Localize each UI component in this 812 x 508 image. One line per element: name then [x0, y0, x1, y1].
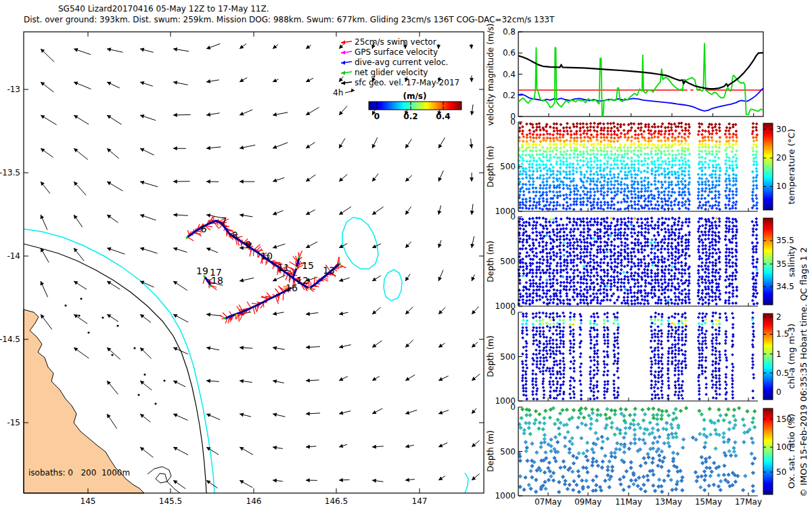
waypoint-label: 12 — [296, 275, 309, 286]
figure-title: SG540 Lizard20170416 05-May 12Z to 17-Ma… — [58, 4, 269, 14]
colorbar-tick: 50 — [776, 467, 786, 477]
map-colorbar-title: (m/s) — [403, 91, 427, 101]
depth-label-temperature: Depth (m) — [486, 146, 495, 187]
colorbar-tick: 34.5 — [776, 282, 794, 291]
map-colorbar-tick: 0.4 — [436, 112, 450, 121]
figure-canvas: 6789101112131516171819 145145.5146146.51… — [0, 0, 812, 508]
map-lon-tick: 145.5 — [159, 496, 182, 506]
velocity-panel: 00.20.40.60.8 — [503, 27, 763, 121]
date-tick-label: 15May — [695, 497, 722, 507]
depth-tick: 500 — [500, 162, 516, 171]
waypoint-label: 8 — [232, 230, 238, 240]
colorbar-tick: 35 — [776, 259, 786, 269]
legend-item-label: 25cm/s swim vector — [355, 37, 436, 47]
map-lon-tick: 147 — [412, 496, 428, 506]
colorbar-tick: 35.5 — [776, 236, 794, 245]
date-tick-label: 17May — [735, 497, 762, 507]
waypoint-label: 16 — [286, 282, 298, 293]
waypoint-label: 11 — [277, 262, 290, 273]
colorbar-title-oxygen: Ox. sat. ratio (%) — [786, 414, 796, 489]
legend-item-label: GPS surface velocity — [355, 47, 438, 57]
legend-item-label: net glider velocity — [355, 68, 428, 77]
depth-label-oxygen: Depth (m) — [486, 430, 495, 471]
depth-label-salinity: Depth (m) — [486, 240, 495, 282]
depth-tick: 1000 — [495, 491, 516, 501]
waypoint-label: 7 — [221, 215, 227, 226]
map-lat-tick: -14.5 — [0, 335, 20, 344]
colorbar-tick: 30 — [776, 125, 786, 134]
map-lat-tick: -13 — [7, 85, 20, 94]
date-tick-label: 11May — [615, 497, 642, 507]
depth-tick: 500 — [500, 447, 516, 457]
date-tick-label: 13May — [655, 497, 682, 507]
legend-item-label: sfc geo. vel. 17-May-2017 — [355, 78, 459, 87]
colorbar-title-chla: chl-a (mg m-3) — [786, 324, 796, 389]
depth-tick: 0 — [510, 402, 516, 412]
map-colorbar-tick: 0 — [374, 112, 380, 121]
waypoint-label: 18 — [211, 275, 223, 286]
figure-subtitle: Dist. over ground: 393km. Dist. swum: 25… — [24, 15, 555, 24]
attribution: © IMOS 15-Feb-2019 06:35:35 Hobart time.… — [798, 247, 809, 497]
velocity-ytick: 0.4 — [503, 70, 516, 79]
depth-tick: 0 — [510, 117, 516, 127]
waypoint-label: 9 — [246, 239, 252, 250]
colorbar-tick: 20 — [776, 153, 786, 163]
date-tick-label: 09May — [574, 497, 602, 507]
waypoint-label: 10 — [261, 251, 273, 261]
waypoint-label: 15 — [302, 260, 314, 271]
salinity-panel: 05001000 — [495, 212, 759, 311]
legend-item-label: dive-avg current veloc. — [355, 58, 448, 67]
colorbar-tick: 2 — [776, 312, 782, 322]
map-scale-label: 4h — [333, 88, 343, 98]
temperature-panel: 05001000 — [495, 117, 759, 216]
map-lon-tick: 145 — [81, 496, 96, 506]
chla-panel: 05001000 — [495, 308, 758, 406]
depth-tick: 500 — [500, 257, 516, 266]
map-lat-tick: -14 — [7, 251, 20, 261]
map-lat-tick: -13.5 — [0, 168, 20, 177]
map-lon-tick: 146 — [246, 496, 262, 506]
colorbar-title-salinity: salinity — [786, 245, 796, 277]
map-legend: 25cm/s swim vectorGPS surface velocitydi… — [341, 37, 461, 121]
waypoint-label: 19 — [196, 266, 208, 276]
colorbar-tick: 10 — [776, 182, 786, 191]
date-axis: 07May09May11May13May15May17May — [535, 497, 762, 507]
colorbar-tick: 0 — [776, 387, 782, 397]
velocity-ytick: 0.6 — [503, 48, 516, 58]
isobaths-label: isobaths: 0 200 1000m — [28, 468, 130, 478]
waypoint-label: 13 — [323, 265, 335, 276]
map-colorbar-tick: 0.2 — [403, 112, 418, 121]
depth-label-chla: Depth (m) — [486, 335, 495, 377]
depth-tick: 0 — [510, 308, 516, 317]
map-lon-tick: 146.5 — [325, 496, 348, 506]
waypoint-label: 6 — [201, 224, 207, 234]
map-lat-tick: -15 — [7, 418, 20, 427]
glider-track: 6789101112131516171819 — [186, 215, 346, 324]
colorbar-tick: 1 — [776, 350, 782, 359]
colorbar-title-temperature: temperature (°C) — [786, 129, 796, 205]
velocity-ytick: 0.8 — [503, 27, 516, 37]
oxygen-panel: 05001000 — [495, 402, 758, 501]
depth-tick: 500 — [500, 352, 516, 362]
velocity-ytick: 0.2 — [503, 91, 516, 100]
velocity-ylabel: velocity magnitude (m/s) — [486, 24, 495, 126]
depth-tick: 0 — [510, 212, 516, 221]
date-tick-label: 07May — [535, 497, 562, 507]
glider-mission-figure: 6789101112131516171819 145145.5146146.51… — [0, 0, 812, 508]
